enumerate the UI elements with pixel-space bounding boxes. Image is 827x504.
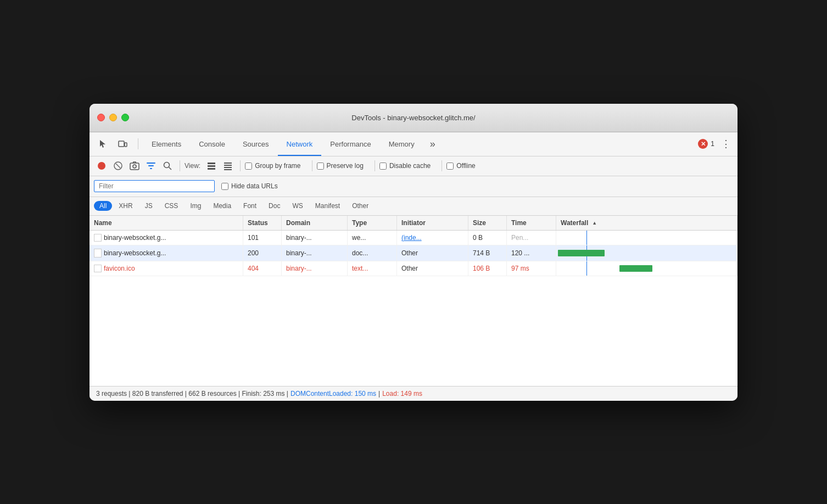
filter-bar: Hide data URLs bbox=[90, 176, 737, 197]
stacked-view-button[interactable] bbox=[220, 158, 236, 173]
cell-domain: binary-... bbox=[282, 231, 348, 245]
svg-rect-11 bbox=[224, 163, 232, 164]
cell-waterfall bbox=[556, 261, 737, 276]
filter-doc[interactable]: Doc bbox=[263, 201, 286, 211]
group-by-frame-label: Group by frame bbox=[255, 162, 300, 170]
col-type[interactable]: Type bbox=[348, 216, 397, 230]
cell-type: text... bbox=[348, 261, 397, 276]
disable-cache-label: Disable cache bbox=[389, 162, 431, 170]
col-size[interactable]: Size bbox=[468, 216, 507, 230]
cell-waterfall bbox=[556, 231, 737, 245]
tab-network[interactable]: Network bbox=[278, 132, 322, 156]
table-header: Name Status Domain Type Initiator Size T… bbox=[90, 216, 737, 231]
filter-other[interactable]: Other bbox=[347, 201, 374, 211]
waterfall-line-3 bbox=[586, 261, 587, 276]
device-icon[interactable] bbox=[114, 135, 131, 153]
filter-manifest[interactable]: Manifest bbox=[310, 201, 345, 211]
table-row[interactable]: binary-websocket.g... 101 binary-... we.… bbox=[90, 231, 737, 245]
preserve-log-control: Preserve log bbox=[317, 162, 364, 170]
hide-data-urls-control: Hide data URLs bbox=[221, 182, 278, 190]
filter-button[interactable] bbox=[143, 158, 159, 173]
cell-domain: binary-... bbox=[282, 261, 348, 276]
col-domain[interactable]: Domain bbox=[282, 216, 348, 230]
status-bar: 3 requests | 820 B transferred | 662 B r… bbox=[90, 386, 737, 401]
row-checkbox[interactable] bbox=[94, 234, 102, 242]
offline-checkbox[interactable] bbox=[446, 163, 454, 170]
cell-size: 0 B bbox=[468, 231, 507, 245]
col-waterfall[interactable]: Waterfall bbox=[556, 216, 737, 230]
group-by-frame-control: Group by frame bbox=[245, 162, 300, 170]
group-by-frame-checkbox[interactable] bbox=[245, 163, 252, 170]
titlebar: DevTools - binary-websocket.glitch.me/ bbox=[90, 104, 737, 132]
waterfall-bar bbox=[558, 250, 605, 256]
filter-input[interactable] bbox=[94, 180, 215, 192]
disable-cache-checkbox[interactable] bbox=[379, 163, 387, 170]
cell-name: binary-websocket.g... bbox=[90, 245, 243, 261]
filter-img[interactable]: Img bbox=[185, 201, 206, 211]
window-title: DevTools - binary-websocket.glitch.me/ bbox=[351, 114, 475, 122]
cell-time: 120 ... bbox=[507, 245, 556, 261]
search-button[interactable] bbox=[160, 158, 175, 173]
filter-js[interactable]: JS bbox=[139, 201, 158, 211]
list-icon bbox=[206, 161, 216, 171]
maximize-button[interactable] bbox=[121, 114, 129, 121]
more-options-button[interactable]: ⋮ bbox=[719, 136, 733, 152]
minimize-button[interactable] bbox=[109, 114, 117, 121]
col-initiator[interactable]: Initiator bbox=[397, 216, 468, 230]
preserve-log-checkbox[interactable] bbox=[317, 163, 324, 170]
clear-button[interactable] bbox=[110, 158, 126, 173]
cell-time: 97 ms bbox=[507, 261, 556, 276]
svg-rect-14 bbox=[224, 169, 232, 170]
hide-data-urls-label: Hide data URLs bbox=[231, 182, 278, 190]
cell-type: we... bbox=[348, 231, 397, 245]
svg-rect-10 bbox=[208, 168, 215, 170]
filter-media[interactable]: Media bbox=[208, 201, 237, 211]
table-row[interactable]: favicon.ico 404 binary-... text... Other… bbox=[90, 261, 737, 276]
tab-performance[interactable]: Performance bbox=[321, 132, 379, 156]
filter-css[interactable]: CSS bbox=[159, 201, 184, 211]
tab-console[interactable]: Console bbox=[190, 132, 234, 156]
hide-data-urls-checkbox[interactable] bbox=[221, 183, 228, 190]
filter-font[interactable]: Font bbox=[238, 201, 262, 211]
cell-name: binary-websocket.g... bbox=[90, 231, 243, 245]
list-view-button[interactable] bbox=[204, 158, 219, 173]
camera-icon bbox=[130, 161, 139, 171]
tab-memory[interactable]: Memory bbox=[380, 132, 423, 156]
svg-rect-4 bbox=[130, 163, 139, 170]
view-label: View: bbox=[185, 162, 200, 170]
col-name[interactable]: Name bbox=[90, 216, 243, 230]
cell-status: 404 bbox=[243, 261, 282, 276]
tab-right-controls: ✕ 1 ⋮ bbox=[698, 136, 733, 152]
search-icon bbox=[163, 161, 172, 171]
cell-size: 714 B bbox=[468, 245, 507, 261]
row-checkbox[interactable] bbox=[94, 265, 102, 272]
empty-area bbox=[90, 276, 737, 386]
cell-initiator: (inde... bbox=[397, 231, 468, 245]
svg-point-6 bbox=[164, 163, 170, 168]
cell-status: 200 bbox=[243, 245, 282, 261]
filter-ws[interactable]: WS bbox=[287, 201, 308, 211]
filter-all[interactable]: All bbox=[94, 201, 112, 211]
svg-rect-13 bbox=[224, 167, 232, 168]
table-row[interactable]: binary-websocket.g... 200 binary-... doc… bbox=[90, 245, 737, 261]
type-filters: All XHR JS CSS Img Media Font Doc WS Man… bbox=[90, 197, 737, 216]
cell-name: favicon.ico bbox=[90, 261, 243, 276]
svg-rect-1 bbox=[125, 143, 127, 147]
tab-sources[interactable]: Sources bbox=[234, 132, 278, 156]
tab-elements[interactable]: Elements bbox=[143, 132, 190, 156]
offline-control: Offline bbox=[446, 162, 475, 170]
file-icon bbox=[94, 249, 102, 257]
cursor-icon[interactable] bbox=[94, 135, 111, 153]
screenshot-button[interactable] bbox=[127, 158, 142, 173]
error-badge: ✕ 1 bbox=[698, 139, 714, 149]
tab-more-button[interactable]: » bbox=[426, 138, 440, 150]
filter-xhr[interactable]: XHR bbox=[113, 201, 138, 211]
record-button[interactable] bbox=[94, 158, 109, 173]
col-status[interactable]: Status bbox=[243, 216, 282, 230]
traffic-lights bbox=[97, 114, 129, 121]
tabs-divider bbox=[138, 138, 138, 149]
close-button[interactable] bbox=[97, 114, 105, 121]
cell-waterfall bbox=[556, 245, 737, 261]
waterfall-line bbox=[586, 231, 587, 245]
col-time[interactable]: Time bbox=[507, 216, 556, 230]
